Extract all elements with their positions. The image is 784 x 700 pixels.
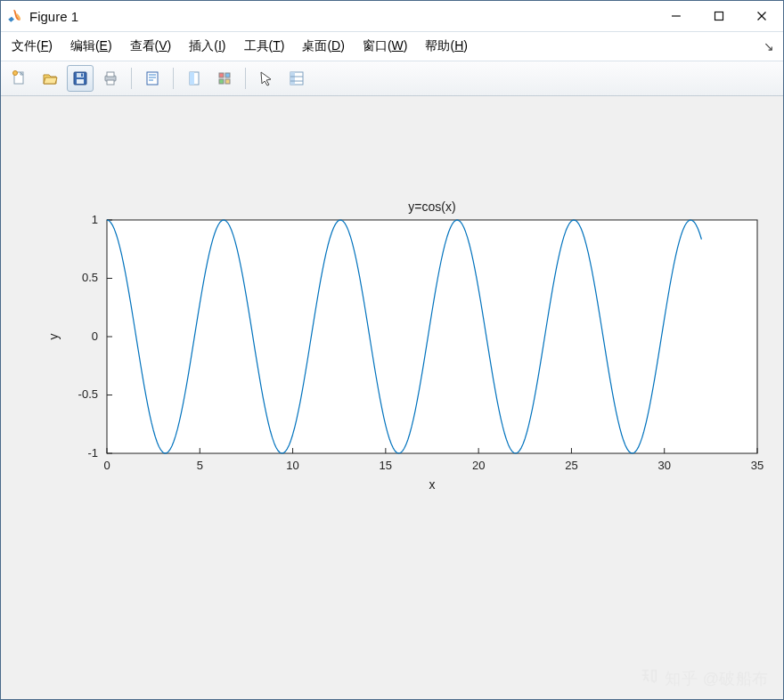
print-button[interactable] [97,65,124,92]
svg-rect-23 [225,79,230,84]
menu-item-d[interactable]: 桌面(D) [302,38,344,54]
svg-rect-16 [149,77,156,78]
window-title: Figure 1 [29,9,78,24]
svg-rect-28 [107,220,757,453]
svg-text:0: 0 [103,459,110,472]
link-axes-button[interactable] [181,65,208,92]
svg-text:0: 0 [92,330,98,343]
svg-text:y: y [46,334,61,340]
window-controls [655,1,783,31]
svg-rect-13 [107,80,114,85]
svg-rect-1 [715,12,723,20]
svg-rect-20 [219,73,224,77]
svg-rect-10 [81,74,83,77]
insert-colorbar-button[interactable] [211,65,238,92]
toolbar-separator [173,68,174,89]
svg-text:10: 10 [286,459,298,472]
titlebar: Figure 1 [1,1,783,32]
menu-item-h[interactable]: 帮助(H) [425,38,467,54]
edit-plot-button[interactable] [253,65,280,92]
svg-text:5: 5 [197,459,203,472]
svg-text:35: 35 [751,459,764,472]
svg-text:-1: -1 [87,446,98,460]
toolbar [1,61,783,96]
figure-client-area: 05101520253035-1-0.500.51y=cos(x)xy 知乎 @… [1,96,783,699]
menu-item-v[interactable]: 查看(V) [130,38,172,54]
svg-rect-15 [149,74,156,76]
menu-item-e[interactable]: 编辑(E) [70,38,112,54]
svg-text:x: x [429,477,436,492]
svg-text:30: 30 [657,459,670,472]
menu-item-i[interactable]: 插入(I) [189,38,225,54]
figure-window: Figure 1 文件(F)编辑(E)查看(V)插入(I)工具(T)桌面(D)窗… [0,0,784,700]
axes[interactable]: 05101520253035-1-0.500.51y=cos(x)xy [4,100,780,696]
svg-rect-21 [225,73,230,77]
menu-item-w[interactable]: 窗口(W) [363,38,408,54]
svg-text:25: 25 [565,459,577,472]
svg-text:0.5: 0.5 [82,272,98,285]
figure-canvas[interactable]: 05101520253035-1-0.500.51y=cos(x)xy [4,100,780,696]
close-button[interactable] [740,1,783,31]
print-preview-button[interactable] [139,65,166,92]
save-button[interactable] [67,65,94,92]
toolbar-separator [245,68,246,89]
svg-text:15: 15 [380,459,392,472]
toolbar-overflow-icon[interactable]: ↘ [764,39,774,53]
svg-text:1: 1 [92,213,98,226]
svg-rect-9 [77,79,84,84]
menu-item-f[interactable]: 文件(F) [12,38,53,54]
maximize-button[interactable] [698,1,740,31]
minimize-button[interactable] [655,1,698,31]
svg-rect-12 [107,72,114,77]
svg-rect-17 [149,79,153,81]
matlab-icon [6,8,22,24]
property-inspector-button[interactable] [283,65,310,92]
open-button[interactable] [37,65,63,92]
new-figure-button[interactable] [6,65,33,92]
svg-text:y=cos(x): y=cos(x) [408,199,455,214]
svg-text:20: 20 [472,459,485,472]
svg-rect-25 [290,72,295,85]
svg-rect-22 [219,79,224,84]
svg-text:-0.5: -0.5 [78,388,98,402]
svg-point-6 [13,71,18,76]
toolbar-separator [131,68,132,89]
menubar: 文件(F)编辑(E)查看(V)插入(I)工具(T)桌面(D)窗口(W)帮助(H)… [1,32,783,61]
titlebar-left: Figure 1 [6,8,78,24]
svg-rect-19 [190,72,194,85]
menu-item-t[interactable]: 工具(T) [244,38,285,54]
